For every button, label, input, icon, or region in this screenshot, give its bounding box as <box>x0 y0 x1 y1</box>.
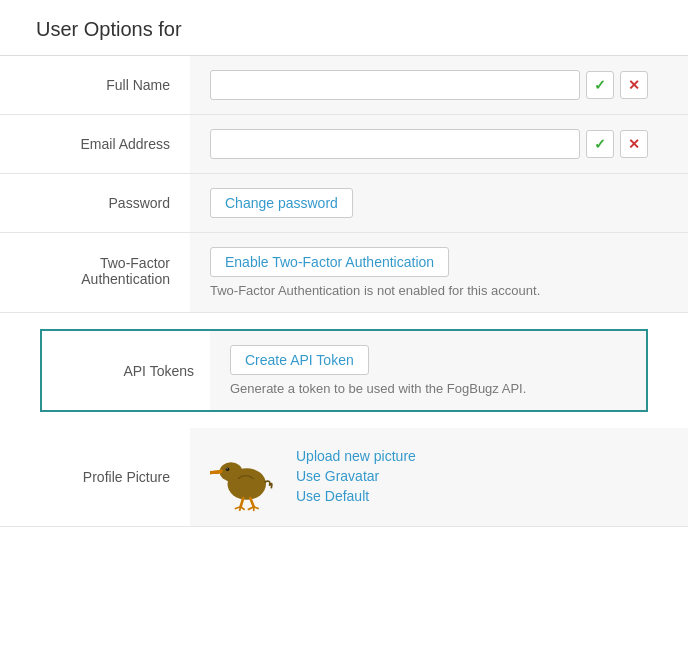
svg-line-7 <box>250 498 254 507</box>
kiwi-bird-icon <box>210 442 280 512</box>
page-title: User Options for <box>36 18 668 41</box>
two-factor-row: Two-Factor Authentication Enable Two-Fac… <box>0 233 688 313</box>
email-address-content: ✓ ✕ <box>190 115 688 174</box>
full-name-input[interactable] <box>210 70 580 100</box>
page-container: User Options for Full Name ✓ ✕ <box>0 0 688 527</box>
email-address-cancel-button[interactable]: ✕ <box>620 130 648 158</box>
full-name-label: Full Name <box>0 56 190 115</box>
title-bar: User Options for <box>0 0 688 56</box>
email-address-confirm-button[interactable]: ✓ <box>586 130 614 158</box>
api-tokens-content: Create API Token Generate a token to be … <box>210 331 646 410</box>
full-name-input-group: ✓ ✕ <box>210 70 668 100</box>
svg-point-5 <box>227 468 228 469</box>
profile-picture-container: Upload new picture Use Gravatar Use Defa… <box>210 442 668 512</box>
full-name-content: ✓ ✕ <box>190 56 688 115</box>
use-gravatar-link[interactable]: Use Gravatar <box>296 468 416 484</box>
create-api-token-button[interactable]: Create API Token <box>230 345 369 375</box>
full-name-cancel-button[interactable]: ✕ <box>620 71 648 99</box>
two-factor-sub-text: Two-Factor Authentication is not enabled… <box>210 283 668 298</box>
password-label: Password <box>0 174 190 233</box>
change-password-button[interactable]: Change password <box>210 188 353 218</box>
api-tokens-inner: API Tokens Create API Token Generate a t… <box>42 331 646 410</box>
form-table: Full Name ✓ ✕ Email Address <box>0 56 688 313</box>
api-tokens-label: API Tokens <box>42 331 210 410</box>
profile-picture-content: Upload new picture Use Gravatar Use Defa… <box>190 428 688 527</box>
two-factor-label: Two-Factor Authentication <box>0 233 190 313</box>
api-tokens-sub-text: Generate a token to be used with the Fog… <box>230 381 626 396</box>
profile-picture-label: Profile Picture <box>0 428 190 527</box>
email-address-label: Email Address <box>0 115 190 174</box>
email-address-input-group: ✓ ✕ <box>210 129 668 159</box>
full-name-row: Full Name ✓ ✕ <box>0 56 688 115</box>
svg-point-4 <box>226 467 230 471</box>
full-name-confirm-button[interactable]: ✓ <box>586 71 614 99</box>
use-default-link[interactable]: Use Default <box>296 488 416 504</box>
password-row: Password Change password <box>0 174 688 233</box>
svg-line-6 <box>241 498 244 507</box>
api-tokens-section-wrapper: API Tokens Create API Token Generate a t… <box>0 313 688 428</box>
password-content: Change password <box>190 174 688 233</box>
two-factor-content: Enable Two-Factor Authentication Two-Fac… <box>190 233 688 313</box>
profile-table: Profile Picture <box>0 428 688 527</box>
profile-picture-row: Profile Picture <box>0 428 688 527</box>
svg-line-10 <box>241 507 245 510</box>
profile-links-group: Upload new picture Use Gravatar Use Defa… <box>296 442 416 504</box>
upload-new-picture-link[interactable]: Upload new picture <box>296 448 416 464</box>
email-address-row: Email Address ✓ ✕ <box>0 115 688 174</box>
enable-two-factor-button[interactable]: Enable Two-Factor Authentication <box>210 247 449 277</box>
email-address-input[interactable] <box>210 129 580 159</box>
api-tokens-box: API Tokens Create API Token Generate a t… <box>40 329 648 412</box>
